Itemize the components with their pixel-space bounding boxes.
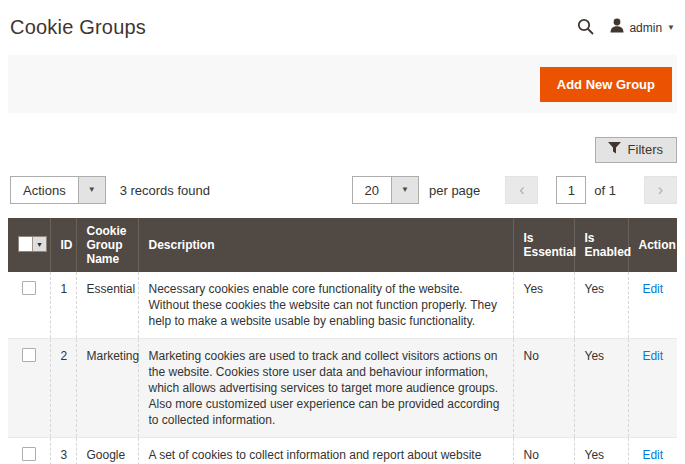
is-enabled-cell: Yes — [574, 339, 628, 438]
checkbox-cell — [8, 272, 50, 339]
table-row: 3 Google Analytics A set of cookies to c… — [8, 438, 677, 464]
per-page-label: per page — [429, 183, 480, 198]
description-cell: Marketing cookies are used to track and … — [138, 339, 513, 438]
column-header-action: Action — [628, 218, 677, 272]
action-cell: Edit — [628, 272, 677, 339]
description-cell: A set of cookies to collect information … — [138, 438, 513, 464]
is-enabled-cell: Yes — [574, 272, 628, 339]
filters-row: Filters — [8, 137, 677, 163]
select-all-checkbox[interactable]: ▼ — [18, 236, 47, 252]
column-header-is-essential[interactable]: Is Essential — [513, 218, 574, 272]
column-header-cookie-group-name[interactable]: Cookie Group Name — [76, 218, 138, 272]
search-icon — [577, 18, 594, 38]
name-cell: Marketing — [76, 339, 138, 438]
is-essential-cell: Yes — [513, 272, 574, 339]
chevron-down-icon: ▼ — [78, 177, 105, 203]
per-page-select[interactable]: 20 ▼ — [352, 176, 419, 204]
chevron-down-icon: ▼ — [667, 24, 675, 32]
chevron-right-icon: › — [658, 182, 663, 198]
is-essential-cell: No — [513, 438, 574, 464]
header-right: admin ▼ — [575, 16, 675, 40]
id-cell: 3 — [50, 438, 76, 464]
table-row: 2 Marketing Marketing cookies are used t… — [8, 339, 677, 438]
chevron-left-icon: ‹ — [519, 182, 524, 198]
column-header-description[interactable]: Description — [138, 218, 513, 272]
row-checkbox[interactable] — [22, 281, 36, 295]
per-page-select-value: 20 — [353, 177, 391, 203]
chevron-down-icon: ▼ — [391, 177, 418, 203]
action-cell: Edit — [628, 339, 677, 438]
search-button[interactable] — [575, 16, 596, 40]
grid-toolbar: Actions ▼ 3 records found 20 ▼ per page … — [8, 176, 677, 204]
row-checkbox[interactable] — [22, 447, 36, 461]
checkbox-box — [19, 237, 32, 251]
previous-page-button[interactable]: ‹ — [505, 176, 538, 204]
checkbox-cell — [8, 438, 50, 464]
select-all-header-cell: ▼ — [8, 218, 50, 272]
page-title: Cookie Groups — [10, 16, 146, 39]
edit-link[interactable]: Edit — [642, 349, 663, 363]
id-cell: 2 — [50, 339, 76, 438]
page-number-input[interactable] — [556, 176, 586, 204]
action-cell: Edit — [628, 438, 677, 464]
actions-select[interactable]: Actions ▼ — [10, 176, 106, 204]
table-header: ▼ ID Cookie Group Name Description Is Es… — [8, 218, 677, 272]
filters-button[interactable]: Filters — [595, 137, 677, 163]
page-header: Cookie Groups admin ▼ — [8, 0, 677, 55]
next-page-button[interactable]: › — [644, 176, 677, 204]
column-header-is-enabled[interactable]: Is Enabled — [574, 218, 628, 272]
name-cell: Google Analytics — [76, 438, 138, 464]
user-name: admin — [629, 21, 662, 35]
records-count: 3 records found — [120, 183, 210, 198]
is-essential-cell: No — [513, 339, 574, 438]
cookie-groups-page: Cookie Groups admin ▼ Add New Group — [0, 0, 685, 464]
name-cell: Essential — [76, 272, 138, 339]
filters-button-label: Filters — [628, 142, 663, 157]
checkbox-cell — [8, 339, 50, 438]
add-new-group-button[interactable]: Add New Group — [540, 67, 672, 102]
cookie-groups-table: ▼ ID Cookie Group Name Description Is Es… — [8, 218, 677, 464]
description-cell: Necessary cookies enable core functional… — [138, 272, 513, 339]
admin-user-menu[interactable]: admin ▼ — [610, 18, 675, 37]
user-icon — [610, 18, 624, 37]
edit-link[interactable]: Edit — [642, 448, 663, 462]
table-row: 1 Essential Necessary cookies enable cor… — [8, 272, 677, 339]
toolbar-right: 20 ▼ per page ‹ of 1 › — [352, 176, 677, 204]
edit-link[interactable]: Edit — [642, 282, 663, 296]
toolbar-left: Actions ▼ 3 records found — [8, 176, 210, 204]
actions-select-value: Actions — [11, 177, 78, 203]
filter-icon — [608, 142, 621, 157]
id-cell: 1 — [50, 272, 76, 339]
chevron-down-icon: ▼ — [32, 237, 46, 251]
action-strip: Add New Group — [8, 55, 677, 113]
is-enabled-cell: Yes — [574, 438, 628, 464]
page-total-label: of 1 — [594, 183, 616, 198]
column-header-id[interactable]: ID — [50, 218, 76, 272]
row-checkbox[interactable] — [22, 348, 36, 362]
